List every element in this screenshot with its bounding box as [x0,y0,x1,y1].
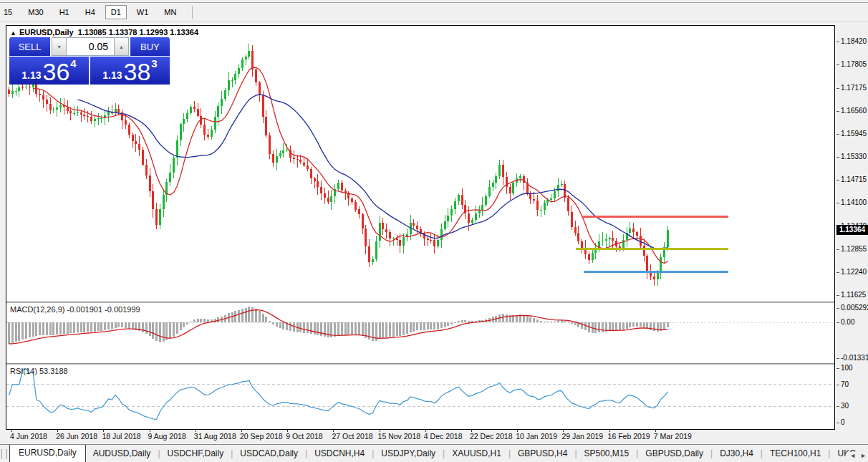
axis-tick-mark [836,111,839,112]
price-axis-tick: 1.18420 [841,37,867,45]
timeframe-button-h1[interactable]: H1 [54,5,75,19]
timeframe-button-m30[interactable]: M30 [22,5,49,19]
timeframe-button-w1[interactable]: W1 [131,5,155,19]
axis-tick-mark [836,423,839,423]
date-label: 20 Sep 2018 [240,432,283,441]
chart-tab-audusd-daily[interactable]: AUDUSD,Daily [86,446,158,462]
macd-pane: MACD(12,26,9) -0.001901 -0.001999 [6,303,834,363]
date-label: 4 Jun 2018 [10,432,47,441]
date-label: 31 Aug 2018 [194,432,236,441]
axis-tick-mark [836,134,839,135]
toolbar-separator [192,6,193,19]
chart-tab-sp500-m15[interactable]: SP500,M15 [577,446,637,462]
axis-tick-mark [836,249,839,250]
collapse-triangle-icon[interactable]: ▲ [10,29,16,37]
timeframe-toolbar: 15M30H1H4D1W1MN [0,3,868,22]
current-price-badge: 1.13364 [836,225,868,235]
buy-price-pip: 3 [151,57,157,69]
timeframe-button-mn[interactable]: MN [158,5,182,19]
price-axis-tick: 1.15945 [841,130,867,138]
chart-tab-usdcad-daily[interactable]: USDCAD,Daily [233,446,305,462]
chart-tab-bar: EURUSD,DailyAUDUSD,Daily|USDCHF,Daily|US… [0,444,868,462]
buy-button[interactable]: BUY [130,37,170,56]
volume-input[interactable] [67,37,114,56]
rsi-chart [6,365,834,429]
tab-bar-grip[interactable] [1,449,7,459]
price-axis-tick: 1.15330 [841,153,867,160]
tab-scroll-buttons: ◄ ► [847,452,867,459]
date-label: 16 Feb 2019 [608,432,650,441]
date-label: 10 Jan 2019 [516,432,557,441]
timeframe-button-h4[interactable]: H4 [79,5,101,19]
rsi-label: RSI(14) 53.3188 [10,367,68,375]
axis-tick-mark [836,385,839,385]
axis-tick-mark [836,180,839,181]
chart-tab-usdjpy-daily[interactable]: USDJPY,Daily [374,446,443,462]
date-label: 26 Jun 2018 [56,432,97,441]
rsi-axis-tick: 0 [841,418,845,426]
chart-tabs: EURUSD,DailyAUDUSD,Daily|USDCHF,Daily|US… [9,444,863,462]
ohlc-values: 1.13085 1.13378 1.12993 1.13364 [78,28,198,37]
price-axis-tick: 1.11625 [841,291,866,299]
volume-increase-button[interactable]: ▲ [114,37,129,56]
axis-tick-mark [836,308,839,309]
chart-tab-eurusd-daily[interactable]: EURUSD,Daily [9,444,86,462]
rsi-axis-tick: 70 [841,380,849,388]
price-axis-tick: 1.12240 [841,268,867,276]
chart-window: ▲EURUSD,Daily 1.13085 1.13378 1.12993 1.… [6,25,835,430]
date-label: 9 Oct 2018 [286,432,322,441]
chart-tab-gbpusd-h4[interactable]: GBPUSD,H4 [511,446,574,462]
date-label: 29 Jan 2019 [561,432,603,441]
sell-price-box[interactable]: 1.13 36 4 [9,57,89,85]
axis-tick-mark [836,88,839,89]
axis-tick-mark [836,406,839,407]
tab-scroll-left-icon[interactable]: ◄ [849,452,856,459]
price-axis-tick: 1.12855 [841,245,867,253]
volume-decrease-button[interactable]: ▼ [52,37,67,56]
macd-axis-tick: 0.005292 [841,304,868,312]
rsi-axis-tick: 30 [841,402,849,410]
price-axis-tick: 1.16560 [841,107,867,115]
date-label: 7 Mar 2019 [654,432,692,441]
price-axis-tick: 1.14100 [841,198,867,206]
chart-tab-usdcnh-h4[interactable]: USDCNH,H4 [307,446,372,462]
chart-tab-tech100-h1[interactable]: TECH100,H1 [763,446,828,462]
macd-label: MACD(12,26,9) -0.001901 -0.001999 [10,305,140,314]
chart-title: ▲EURUSD,Daily 1.13085 1.13378 1.12993 1.… [10,28,198,37]
date-label: 22 Dec 2018 [470,432,513,441]
one-click-trade-panel: SELL ▼ ▲ BUY 1.13 36 4 1.13 38 3 [9,37,170,85]
axis-tick-mark [836,157,839,158]
trade-controls-row: SELL ▼ ▲ BUY [9,37,170,56]
sell-price-prefix: 1.13 [21,70,41,82]
price-axis[interactable]: 1.13364 1.184201.178051.171751.165601.15… [836,25,868,430]
date-axis[interactable]: 4 Jun 201826 Jun 201818 Jul 20189 Aug 20… [6,430,835,442]
date-label: 27 Oct 2018 [332,432,372,441]
axis-tick-mark [836,272,839,273]
rsi-axis-tick: 100 [841,364,853,372]
buy-price-box[interactable]: 1.13 38 3 [90,57,170,85]
sell-button[interactable]: SELL [9,37,50,56]
buy-price-main: 38 [124,62,151,82]
trading-terminal: 15M30H1H4D1W1MN ▲EURUSD,Daily 1.13085 1.… [0,0,868,462]
axis-tick-mark [836,358,839,359]
macd-axis-tick: -0.013317 [841,354,868,362]
date-label: 9 Aug 2018 [148,432,186,441]
chart-tab-usdchf-daily[interactable]: USDCHF,Daily [160,446,231,462]
rsi-pane: RSI(14) 53.3188 [6,365,834,429]
axis-tick-mark [836,203,839,203]
axis-tick-mark [836,322,839,323]
chart-tab-gbpusd-daily[interactable]: GBPUSD,Daily [638,446,710,462]
chart-tab-xauusd-h1[interactable]: XAUUSD,H1 [445,446,508,462]
timeframe-button-d1[interactable]: D1 [105,5,127,19]
price-axis-tick: 1.17175 [841,84,867,92]
date-label: 4 Dec 2018 [424,432,463,441]
symbol-label: EURUSD,Daily [19,28,74,37]
price-axis-tick: 1.14715 [841,175,867,183]
date-label: 18 Jul 2018 [102,432,140,441]
date-label: 15 Nov 2018 [378,432,421,441]
sell-price-pip: 4 [70,57,76,69]
timeframe-button-15[interactable]: 15 [0,5,18,19]
macd-axis-tick: 0.00 [841,318,854,326]
chart-tab-dj30-h4[interactable]: DJ30,H4 [713,446,761,462]
tab-scroll-right-icon[interactable]: ► [860,452,867,459]
